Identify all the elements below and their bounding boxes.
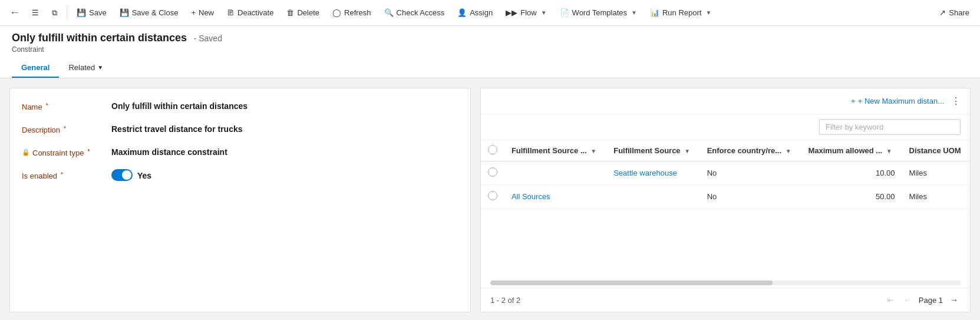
- col-header-distance-uom: Distance UOM: [902, 140, 970, 161]
- first-page-button[interactable]: ⇤: [885, 294, 896, 306]
- row1-col4: 10.00: [801, 161, 902, 185]
- is-enabled-required: *: [61, 171, 63, 178]
- duplicate-icon: ⧉: [52, 8, 57, 18]
- right-panel: + + New Maximum distan... ⋮ Fulfillment …: [480, 88, 971, 312]
- name-label: Name *: [22, 100, 104, 111]
- form-row-is-enabled: Is enabled * Yes: [22, 169, 458, 181]
- prev-page-button[interactable]: ←: [901, 294, 914, 306]
- save-close-button[interactable]: 💾 Save & Close: [114, 5, 184, 21]
- col-header-fulfillment-source-1[interactable]: Fulfillment Source ... ▼: [504, 140, 606, 161]
- constraint-type-value: Maximum distance constraint: [111, 146, 227, 157]
- right-panel-header: + + New Maximum distan... ⋮: [481, 88, 970, 114]
- row1-col1: [504, 161, 606, 185]
- saved-status: - Saved: [194, 34, 222, 43]
- name-value: Only fulfill within certain distances: [111, 100, 248, 111]
- delete-button[interactable]: 🗑 Delete: [281, 5, 325, 21]
- run-report-icon: 📊: [650, 8, 659, 17]
- more-options-button[interactable]: ⋮: [951, 95, 961, 107]
- word-templates-chevron-icon: ▼: [631, 9, 637, 16]
- row1-col2: Seattle warehouse: [606, 161, 699, 185]
- refresh-button[interactable]: ◯ Refresh: [326, 5, 377, 21]
- run-report-chevron-icon: ▼: [705, 9, 711, 16]
- row2-checkbox-cell: [481, 185, 504, 209]
- description-label: Description *: [22, 123, 104, 134]
- description-required: *: [64, 126, 66, 132]
- constraint-type-required: *: [87, 149, 90, 155]
- check-access-button[interactable]: 🔍 Check Access: [378, 5, 451, 21]
- share-button[interactable]: ↗ Share: [933, 5, 975, 21]
- form-row-name: Name * Only fulfill within certain dista…: [22, 100, 458, 111]
- form-card: Name * Only fulfill within certain dista…: [9, 88, 471, 312]
- toolbar: ← ☰ ⧉ 💾 Save 💾 Save & Close + New 🖹 Deac…: [0, 0, 980, 26]
- pagination-nav: ⇤ ← Page 1 →: [885, 294, 961, 306]
- tab-bar: General Related ▼: [12, 58, 968, 78]
- history-icon: ☰: [32, 8, 39, 17]
- is-enabled-toggle-container: Yes: [111, 169, 151, 181]
- form-row-constraint-type: 🔒 Constraint type * Maximum distance con…: [22, 146, 458, 157]
- word-templates-button[interactable]: 📄 Word Templates ▼: [554, 5, 643, 21]
- row2-col3: No: [700, 185, 801, 209]
- lock-icon: 🔒: [22, 149, 30, 156]
- record-title-row: Only fulfill within certain distances - …: [12, 32, 968, 44]
- assign-button[interactable]: 👤 Assign: [451, 5, 499, 21]
- save-close-icon: 💾: [120, 8, 129, 17]
- col-header-max-allowed[interactable]: Maximum allowed ... ▼: [801, 140, 902, 161]
- form-row-description: Description * Restrict travel distance f…: [22, 123, 458, 134]
- pagination-range: 1 - 2 of 2: [490, 296, 520, 305]
- duplicate-button[interactable]: ⧉: [46, 5, 63, 21]
- is-enabled-label: Is enabled *: [22, 169, 104, 180]
- row2-col4: 50.00: [801, 185, 902, 209]
- flow-button[interactable]: ▶▶ Flow ▼: [500, 5, 552, 21]
- next-page-button[interactable]: →: [948, 294, 961, 306]
- word-templates-icon: 📄: [560, 8, 569, 17]
- row2-col5: Miles: [902, 185, 970, 209]
- refresh-icon: ◯: [332, 8, 341, 17]
- filter-input[interactable]: [819, 119, 961, 135]
- row1-col5: Miles: [902, 161, 970, 185]
- col1-sort-icon: ▼: [590, 148, 596, 154]
- col-header-fulfillment-source-2[interactable]: Fulfillment Source ▼: [606, 140, 699, 161]
- row2-all-sources-link[interactable]: All Sources: [512, 192, 550, 201]
- header-checkbox[interactable]: [488, 145, 497, 154]
- row2-col1: All Sources: [504, 185, 606, 209]
- horizontal-scrollbar[interactable]: [490, 281, 961, 285]
- record-title: Only fulfill within certain distances: [12, 32, 187, 44]
- page-label: Page 1: [919, 296, 943, 305]
- tab-general[interactable]: General: [12, 58, 59, 78]
- save-button[interactable]: 💾 Save: [71, 5, 113, 21]
- col-header-enforce-country[interactable]: Enforce country/re... ▼: [700, 140, 801, 161]
- tab-related[interactable]: Related ▼: [59, 58, 113, 78]
- toolbar-right: ↗ Share: [933, 5, 975, 21]
- deactivate-icon: 🖹: [227, 8, 235, 17]
- table-row: Seattle warehouse No 10.00 Miles: [481, 161, 970, 185]
- new-maximum-icon: +: [851, 97, 856, 105]
- row2-col2: [606, 185, 699, 209]
- col4-sort-icon: ▼: [886, 148, 892, 154]
- scrollbar-thumb: [490, 281, 773, 285]
- share-icon: ↗: [939, 8, 946, 17]
- main-content: Name * Only fulfill within certain dista…: [0, 78, 980, 320]
- row2-checkbox[interactable]: [488, 191, 497, 200]
- data-table: Fulfillment Source ... ▼ Fulfillment Sou…: [481, 140, 970, 209]
- new-button[interactable]: + New: [185, 5, 220, 21]
- run-report-button[interactable]: 📊 Run Report ▼: [644, 5, 717, 21]
- row1-col3: No: [700, 161, 801, 185]
- page-header: Only fulfill within certain distances - …: [0, 26, 980, 78]
- check-access-icon: 🔍: [384, 8, 394, 17]
- back-button[interactable]: ←: [5, 3, 25, 22]
- row1-checkbox[interactable]: [488, 167, 497, 177]
- delete-icon: 🗑: [286, 8, 294, 17]
- flow-icon: ▶▶: [506, 8, 517, 17]
- history-button[interactable]: ☰: [26, 5, 45, 21]
- is-enabled-toggle[interactable]: [111, 169, 133, 181]
- name-required: *: [46, 103, 48, 109]
- divider-1: [67, 6, 67, 20]
- col3-sort-icon: ▼: [786, 148, 791, 154]
- row1-checkbox-cell: [481, 161, 504, 185]
- row1-fulfillment-source-link[interactable]: Seattle warehouse: [613, 169, 677, 177]
- filter-box: [481, 114, 970, 140]
- table-header-row: Fulfillment Source ... ▼ Fulfillment Sou…: [481, 140, 970, 161]
- deactivate-button[interactable]: 🖹 Deactivate: [221, 5, 279, 21]
- new-maximum-button[interactable]: + + New Maximum distan...: [851, 97, 944, 105]
- description-value: Restrict travel distance for trucks: [111, 123, 243, 134]
